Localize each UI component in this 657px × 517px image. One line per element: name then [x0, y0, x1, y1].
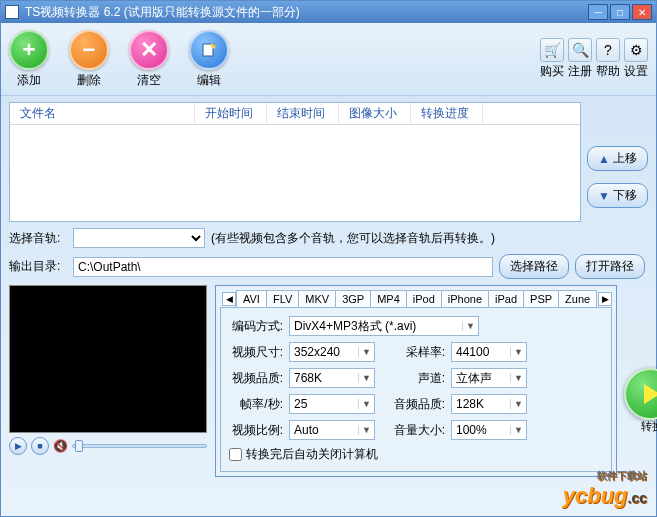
vquality-combo[interactable]: 768K▼ — [289, 368, 375, 388]
chevron-down-icon: ▼ — [510, 399, 526, 409]
aquality-combo[interactable]: 128K▼ — [451, 394, 527, 414]
tab-scroll-right[interactable]: ▶ — [598, 292, 612, 306]
chevron-down-icon: ▼ — [358, 399, 374, 409]
move-down-label: 下移 — [613, 187, 637, 204]
tab-ipod[interactable]: iPod — [406, 290, 442, 307]
volume-combo[interactable]: 100%▼ — [451, 420, 527, 440]
shutdown-checkbox[interactable] — [229, 448, 242, 461]
tab-flv[interactable]: FLV — [266, 290, 299, 307]
help-label: 帮助 — [596, 63, 620, 80]
add-label: 添加 — [17, 72, 41, 89]
buy-button[interactable]: 🛒 购买 — [540, 38, 564, 80]
volume-value: 100% — [452, 423, 510, 437]
channel-label: 声道: — [381, 370, 445, 387]
encode-combo[interactable]: DivX4+MP3格式 (*.avi) ▼ — [289, 316, 479, 336]
vquality-value: 768K — [290, 371, 358, 385]
col-starttime[interactable]: 开始时间 — [195, 103, 267, 124]
settings-button[interactable]: ⚙ 设置 — [624, 38, 648, 80]
tab-mp4[interactable]: MP4 — [370, 290, 407, 307]
file-list[interactable]: 文件名 开始时间 结束时间 图像大小 转换进度 — [9, 102, 581, 222]
preview-screen — [9, 285, 207, 433]
close-button[interactable]: ✕ — [632, 4, 652, 20]
ratio-value: Auto — [290, 423, 358, 437]
list-header: 文件名 开始时间 结束时间 图像大小 转换进度 — [10, 103, 580, 125]
volume-label: 音量大小: — [381, 422, 445, 439]
delete-button[interactable]: − 删除 — [69, 30, 109, 89]
arrow-up-icon: ▲ — [598, 152, 610, 166]
audiotrack-hint: (有些视频包含多个音轨，您可以选择音轨后再转换。) — [211, 230, 495, 247]
ratio-label: 视频比例: — [229, 422, 283, 439]
outputdir-label: 输出目录: — [9, 258, 67, 275]
fps-value: 25 — [290, 397, 358, 411]
size-combo[interactable]: 352x240▼ — [289, 342, 375, 362]
tab-avi[interactable]: AVI — [236, 290, 267, 307]
outputdir-input[interactable] — [73, 257, 493, 277]
move-up-button[interactable]: ▲ 上移 — [587, 146, 648, 171]
maximize-button[interactable]: □ — [610, 4, 630, 20]
tab-ipad[interactable]: iPad — [488, 290, 524, 307]
edit-icon — [189, 30, 229, 70]
audiotrack-label: 选择音轨: — [9, 230, 67, 247]
convert-label: 转换 — [622, 419, 657, 434]
tab-3gp[interactable]: 3GP — [335, 290, 371, 307]
help-icon: ? — [596, 38, 620, 62]
sample-value: 44100 — [452, 345, 510, 359]
edit-button[interactable]: 编辑 — [189, 30, 229, 89]
volume-icon[interactable]: 🔇 — [53, 439, 68, 453]
aquality-value: 128K — [452, 397, 510, 411]
gear-icon: ⚙ — [624, 38, 648, 62]
tab-scroll-left[interactable]: ◀ — [222, 292, 236, 306]
cart-icon: 🛒 — [540, 38, 564, 62]
chevron-down-icon: ▼ — [510, 373, 526, 383]
key-icon: 🔍 — [568, 38, 592, 62]
minus-icon: − — [69, 30, 109, 70]
stop-button[interactable]: ■ — [31, 437, 49, 455]
fps-label: 帧率/秒: — [229, 396, 283, 413]
chevron-down-icon: ▼ — [510, 347, 526, 357]
fps-combo[interactable]: 25▼ — [289, 394, 375, 414]
x-icon: ✕ — [129, 30, 169, 70]
channel-combo[interactable]: 立体声▼ — [451, 368, 527, 388]
encode-label: 编码方式: — [229, 318, 283, 335]
plus-icon: + — [9, 30, 49, 70]
ratio-combo[interactable]: Auto▼ — [289, 420, 375, 440]
titlebar: TS视频转换器 6.2 (试用版只能转换源文件的一部分) ─ □ ✕ — [1, 1, 656, 23]
col-progress[interactable]: 转换进度 — [411, 103, 483, 124]
main-toolbar: + 添加 − 删除 ✕ 清空 编辑 🛒 购买 — [1, 23, 656, 96]
buy-label: 购买 — [540, 63, 564, 80]
help-button[interactable]: ? 帮助 — [596, 38, 620, 80]
clear-button[interactable]: ✕ 清空 — [129, 30, 169, 89]
minimize-button[interactable]: ─ — [588, 4, 608, 20]
aquality-label: 音频品质: — [381, 396, 445, 413]
shutdown-label: 转换完后自动关闭计算机 — [246, 446, 378, 463]
clear-label: 清空 — [137, 72, 161, 89]
add-button[interactable]: + 添加 — [9, 30, 49, 89]
chevron-down-icon: ▼ — [510, 425, 526, 435]
sample-label: 采样率: — [381, 344, 445, 361]
sample-combo[interactable]: 44100▼ — [451, 342, 527, 362]
settings-label: 设置 — [624, 63, 648, 80]
slider-thumb[interactable] — [75, 440, 83, 452]
channel-value: 立体声 — [452, 370, 510, 387]
col-imagesize[interactable]: 图像大小 — [339, 103, 411, 124]
tab-zune[interactable]: Zune — [558, 290, 597, 307]
tab-iphone[interactable]: iPhone — [441, 290, 489, 307]
tab-psp[interactable]: PSP — [523, 290, 559, 307]
register-label: 注册 — [568, 63, 592, 80]
register-button[interactable]: 🔍 注册 — [568, 38, 592, 80]
audiotrack-select[interactable] — [73, 228, 205, 248]
tab-mkv[interactable]: MKV — [298, 290, 336, 307]
move-down-button[interactable]: ▼ 下移 — [587, 183, 648, 208]
col-filename[interactable]: 文件名 — [10, 103, 195, 124]
chevron-down-icon: ▼ — [462, 321, 478, 331]
open-path-button[interactable]: 打开路径 — [575, 254, 645, 279]
edit-label: 编辑 — [197, 72, 221, 89]
choose-path-button[interactable]: 选择路径 — [499, 254, 569, 279]
delete-label: 删除 — [77, 72, 101, 89]
col-endtime[interactable]: 结束时间 — [267, 103, 339, 124]
arrow-down-icon: ▼ — [598, 189, 610, 203]
seek-slider[interactable] — [72, 444, 207, 448]
chevron-down-icon: ▼ — [358, 425, 374, 435]
play-button[interactable]: ▶ — [9, 437, 27, 455]
play-icon — [644, 384, 657, 404]
